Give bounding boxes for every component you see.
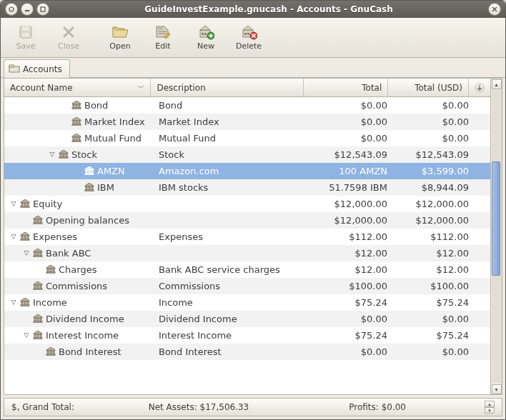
account-icon (84, 166, 94, 175)
account-name-label: IBM (97, 182, 114, 193)
tab-accounts[interactable]: Accounts (4, 59, 70, 78)
vertical-scrollbar[interactable]: ▴ ▾ (491, 78, 502, 395)
cell-description: Expenses (153, 231, 307, 242)
column-header-account-name[interactable]: Account Name ﹀ (4, 79, 151, 96)
svg-rect-64 (34, 289, 42, 290)
window-menu-button[interactable] (5, 3, 18, 16)
svg-rect-22 (76, 121, 77, 124)
cell-total: $75.24 (307, 297, 393, 308)
svg-rect-74 (37, 334, 39, 338)
cell-total-usd: $3,599.00 (393, 166, 475, 176)
scroll-up-button[interactable]: ▴ (492, 79, 502, 89)
table-row[interactable]: ▽ExpensesExpenses$112.00$112.00 (4, 229, 490, 245)
cell-total: $12,543.09 (307, 149, 393, 160)
svg-rect-51 (27, 236, 29, 239)
table-row[interactable]: IBMIBM stocks51.7598 IBM$8,944.09 (4, 179, 490, 196)
scroll-thumb[interactable] (492, 161, 500, 276)
svg-rect-65 (21, 301, 23, 305)
close-icon (60, 24, 77, 40)
table-row[interactable]: Market IndexMarket Index$0.00$0.00 (4, 114, 490, 130)
svg-rect-45 (34, 219, 36, 223)
table-row[interactable]: Bond InterestBond Interest$0.00$0.00 (4, 344, 490, 360)
window-maximize-button[interactable] (36, 3, 49, 16)
table-row[interactable]: BondBond$0.00$0.00 (4, 97, 490, 114)
delete-button[interactable]: Delete (228, 21, 269, 55)
cell-total: $100.00 (307, 281, 393, 291)
account-icon (20, 199, 30, 208)
account-name-label: Expenses (33, 231, 77, 242)
table-row[interactable]: ▽StockStock$12,543.09$12,543.09 (4, 146, 490, 163)
svg-rect-24 (72, 124, 81, 126)
account-name-label: Interest Income (46, 330, 119, 341)
svg-rect-47 (40, 219, 41, 223)
summary-spinner[interactable]: ▴ ▾ (485, 401, 495, 414)
cell-total: $12,000.00 (307, 215, 393, 226)
scroll-track[interactable] (492, 90, 502, 383)
cell-account-name: IBM (4, 182, 153, 193)
svg-rect-59 (53, 269, 54, 272)
account-icon (20, 232, 30, 241)
spinner-up-icon[interactable]: ▴ (485, 401, 495, 407)
table-row[interactable]: ▽IncomeIncome$75.24$75.24 (4, 294, 490, 311)
svg-rect-44 (21, 206, 29, 208)
column-header-total[interactable]: Total (304, 79, 389, 96)
cell-account-name: ▽Interest Income (4, 330, 153, 341)
column-chooser-button[interactable] (469, 79, 490, 96)
expander-icon[interactable]: ▽ (10, 200, 17, 207)
account-icon (20, 298, 30, 306)
cell-total-usd: $75.24 (393, 330, 475, 341)
scroll-down-button[interactable]: ▾ (492, 384, 502, 394)
svg-rect-23 (79, 121, 80, 124)
table-row[interactable]: Mutual FundMutual Fund$0.00$0.00 (4, 130, 490, 146)
expander-icon[interactable]: ▽ (49, 151, 56, 158)
delete-account-icon (240, 24, 257, 40)
table-row[interactable]: ▽Bank ABC$12.00$12.00 (4, 245, 490, 261)
table-row[interactable]: ▽Interest IncomeInterest Income$75.24$75… (4, 327, 490, 344)
svg-rect-60 (46, 272, 55, 274)
cell-account-name: Charges (4, 264, 153, 275)
table-row[interactable]: ChargesBank ABC service charges$12.00$12… (4, 261, 490, 278)
cell-description: Bond (153, 100, 307, 111)
expander-icon[interactable]: ▽ (23, 331, 30, 339)
svg-rect-54 (37, 252, 39, 256)
svg-rect-18 (76, 104, 77, 108)
cell-total-usd: $0.00 (393, 314, 475, 324)
account-name-label: Charges (59, 264, 96, 275)
edit-label: Edit (155, 41, 170, 51)
cell-total-usd: $12,000.00 (393, 199, 475, 209)
cell-total-usd: $0.00 (393, 100, 475, 111)
expander-icon[interactable]: ▽ (10, 233, 17, 240)
column-header-total-usd[interactable]: Total (USD) (388, 79, 469, 96)
window-minimize-button[interactable] (21, 3, 34, 16)
table-row[interactable]: ▽Equity$12,000.00$12,000.00 (4, 196, 490, 212)
svg-rect-77 (47, 351, 49, 354)
window-titlebar: GuideInvestExample.gnucash - Accounts - … (1, 1, 505, 18)
svg-rect-41 (21, 203, 23, 206)
expander-icon[interactable]: ▽ (23, 249, 30, 256)
svg-rect-12 (247, 33, 249, 35)
cell-account-name: ▽Stock (4, 149, 153, 160)
svg-rect-38 (89, 186, 90, 190)
cell-description: IBM stocks (153, 182, 307, 193)
edit-button[interactable]: Edit (142, 21, 184, 55)
window-close-button[interactable] (488, 3, 501, 16)
table-row[interactable]: Dividend IncomeDividend Income$0.00$0.00 (4, 311, 490, 327)
summary-currency: $, Grand Total: (11, 402, 74, 412)
cell-total: $12.00 (307, 264, 393, 275)
table-row[interactable]: CommissionsCommissions$100.00$100.00 (4, 278, 490, 294)
new-button[interactable]: New (185, 21, 227, 55)
spinner-down-icon[interactable]: ▾ (485, 407, 495, 414)
svg-rect-78 (50, 351, 51, 354)
column-header-description[interactable]: Description (151, 79, 303, 96)
table-row[interactable]: AMZNAmazon.com100 AMZN$3,599.00 (4, 163, 490, 179)
cell-total-usd: $75.24 (393, 297, 475, 308)
svg-rect-37 (86, 186, 87, 190)
cell-total-usd: $0.00 (393, 133, 475, 144)
svg-rect-66 (24, 301, 26, 305)
table-row[interactable]: Opening balances$12,000.00$12,000.00 (4, 212, 490, 229)
cell-account-name: Bond (4, 100, 153, 111)
svg-rect-80 (46, 354, 55, 356)
svg-point-0 (9, 7, 14, 11)
open-button[interactable]: Open (99, 21, 141, 55)
expander-icon[interactable]: ▽ (10, 299, 17, 306)
